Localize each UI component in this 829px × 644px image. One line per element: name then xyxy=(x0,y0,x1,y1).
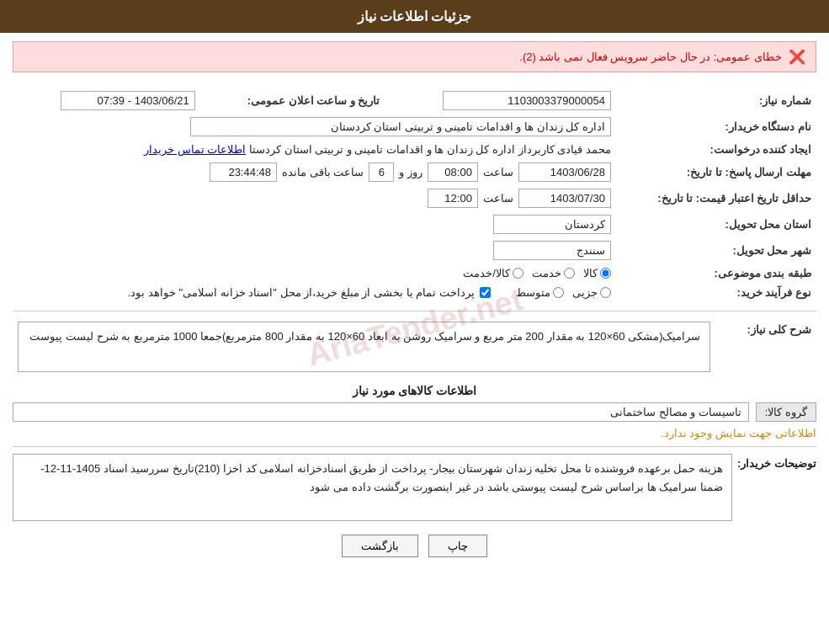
deadline-time-label: ساعت xyxy=(483,166,513,178)
need-number-input: 1103003379000054 xyxy=(443,91,611,110)
need-desc-value: سرامیک(مشکی 60×120 به مقدار 200 متر مربع… xyxy=(13,318,715,375)
price-deadline-date-input: 1403/07/30 xyxy=(518,189,611,208)
price-deadline-label: حداقل تاریخ اعتبار قیمت: تا تاریخ: xyxy=(616,185,816,211)
process-row: نوع فرآیند خرید: جزیی متوسط xyxy=(13,283,816,302)
process-value: جزیی متوسط پرداخت تمام یا بخشی از مبلغ خ… xyxy=(13,283,616,302)
category-kala-khadamat: کالا/خدمت xyxy=(463,267,523,279)
buyer-desc-label: توضیحات خریدار: xyxy=(737,454,816,470)
error-icon: ❌ xyxy=(789,49,805,65)
goods-group-row: گروه کالا: تاسیسات و مصالح ساختمانی xyxy=(13,402,816,422)
buyer-name-value: اداره کل زندان ها و اقدامات تامینی و ترب… xyxy=(13,114,616,140)
category-row: طبقه بندی موضوعی: کالا خدمت xyxy=(13,263,816,283)
process-motavasset-label: متوسط xyxy=(516,286,550,299)
city-label: شهر محل تحویل: xyxy=(616,237,816,263)
category-kala-khadamat-label: کالا/خدمت xyxy=(463,267,510,279)
creator-link[interactable]: اطلاعات تماس خریدار xyxy=(144,143,246,156)
back-button[interactable]: بازگشت xyxy=(342,535,418,557)
buyer-name-input: اداره کل زندان ها و اقدامات تامینی و ترب… xyxy=(190,117,611,136)
creator-row: ایجاد کننده درخواست: محمد قیادی کاربرداز… xyxy=(13,140,816,159)
buyer-desc-row: توضیحات خریدار: هزینه حمل برعهده فروشنده… xyxy=(13,454,816,521)
province-row: استان محل تحویل: کردستان xyxy=(13,211,816,237)
creator-label: ایجاد کننده درخواست: xyxy=(616,140,816,159)
process-motavasset-radio[interactable] xyxy=(553,287,564,298)
info-table: شماره نیاز: 1103003379000054 تاریخ و ساع… xyxy=(13,88,816,302)
buyer-name-row: نام دستگاه خریدار: اداره کل زندان ها و ا… xyxy=(13,114,816,140)
creator-text: محمد قیادی کاربرداز اداره کل زندان ها و … xyxy=(249,143,611,156)
deadline-remaining-label: ساعت باقی مانده xyxy=(282,166,364,178)
page-title: جزئیات اطلاعات نیاز xyxy=(358,9,472,24)
error-bar: ❌ خطای عمومی: در حال حاضر سرویس فعال نمی… xyxy=(13,41,816,72)
need-number-row: شماره نیاز: 1103003379000054 تاریخ و ساع… xyxy=(13,88,816,114)
process-radio-group: جزیی متوسط پرداخت تمام یا بخشی از مبلغ خ… xyxy=(18,286,611,299)
divider-2 xyxy=(13,446,816,447)
category-kala-khadamat-radio[interactable] xyxy=(513,268,523,279)
goods-group-label: گروه کالا: xyxy=(756,402,816,422)
process-jozi-label: جزیی xyxy=(572,286,598,299)
price-deadline-row-inner: 1403/07/30 ساعت 12:00 xyxy=(18,189,611,208)
main-content: AriaTender.net شماره نیاز: 1103003379000… xyxy=(0,81,829,574)
category-radio-group: کالا خدمت کالا/خدمت xyxy=(18,267,611,279)
deadline-days-input: 6 xyxy=(369,162,394,182)
divider-1 xyxy=(13,311,816,311)
error-message: خطای عمومی: در حال حاضر سرویس فعال نمی ب… xyxy=(519,51,782,63)
esnad-checkbox[interactable] xyxy=(480,287,491,298)
page-header: جزئیات اطلاعات نیاز xyxy=(0,0,829,33)
date-label: تاریخ و ساعت اعلان عمومی: xyxy=(200,88,385,114)
category-value: کالا خدمت کالا/خدمت xyxy=(13,263,616,283)
deadline-value: 1403/06/28 ساعت 08:00 روز و 6 ساعت باقی … xyxy=(13,159,616,185)
need-desc-table: شرح کلی نیاز: سرامیک(مشکی 60×120 به مقدا… xyxy=(13,318,816,375)
need-number-label: شماره نیاز: xyxy=(616,88,816,114)
need-desc-label: شرح کلی نیاز: xyxy=(715,318,817,375)
process-jozi-radio[interactable] xyxy=(600,287,611,298)
city-row: شهر محل تحویل: سنندج xyxy=(13,237,816,263)
category-khadamat-label: خدمت xyxy=(532,267,561,279)
deadline-row-inner: 1403/06/28 ساعت 08:00 روز و 6 ساعت باقی … xyxy=(18,162,611,182)
price-deadline-row: حداقل تاریخ اعتبار قیمت: تا تاریخ: 1403/… xyxy=(13,185,816,211)
need-desc-row: شرح کلی نیاز: سرامیک(مشکی 60×120 به مقدا… xyxy=(13,318,816,375)
process-label: نوع فرآیند خرید: xyxy=(616,283,816,302)
print-button[interactable]: چاپ xyxy=(428,535,487,557)
price-deadline-time-input: 12:00 xyxy=(428,189,478,208)
category-khadamat: خدمت xyxy=(532,267,575,279)
need-number-value: 1103003379000054 xyxy=(385,88,615,114)
process-jozi: جزیی xyxy=(572,286,611,299)
category-kala-label: کالا xyxy=(583,267,598,279)
date-value: 1403/06/21 - 07:39 xyxy=(13,88,200,114)
category-kala: کالا xyxy=(583,267,611,279)
city-value: سنندج xyxy=(13,237,616,263)
no-info-label: اطلاعاتی جهت نمایش وجود ندارد. xyxy=(13,427,816,439)
deadline-date-input: 1403/06/28 xyxy=(518,162,611,182)
deadline-day-label: روز و xyxy=(399,166,422,178)
price-deadline-time-label: ساعت xyxy=(483,192,513,205)
category-kala-radio[interactable] xyxy=(600,268,611,279)
price-deadline-value: 1403/07/30 ساعت 12:00 xyxy=(13,185,616,211)
need-desc-box: سرامیک(مشکی 60×120 به مقدار 200 متر مربع… xyxy=(18,322,710,372)
checkbox-row: پرداخت تمام یا بخشی از مبلغ خرید،از محل … xyxy=(128,286,491,299)
deadline-time-input: 08:00 xyxy=(428,162,478,182)
category-label: طبقه بندی موضوعی: xyxy=(616,263,816,283)
process-motavasset: متوسط xyxy=(516,286,564,299)
goods-group-value: تاسیسات و مصالح ساختمانی xyxy=(13,402,749,422)
page-wrapper: جزئیات اطلاعات نیاز ❌ خطای عمومی: در حال… xyxy=(0,0,829,644)
date-input: 1403/06/21 - 07:39 xyxy=(61,91,195,110)
goods-section-title: اطلاعات کالاهای مورد نیاز xyxy=(13,384,816,397)
creator-value: محمد قیادی کاربرداز اداره کل زندان ها و … xyxy=(13,140,616,159)
province-label: استان محل تحویل: xyxy=(616,211,816,237)
buyer-desc-box: هزینه حمل برعهده فروشنده تا محل تخلیه زن… xyxy=(13,454,732,521)
province-input: کردستان xyxy=(493,215,611,234)
city-input: سنندج xyxy=(493,241,611,260)
province-value: کردستان xyxy=(13,211,616,237)
deadline-row: مهلت ارسال پاسخ: تا تاریخ: 1403/06/28 سا… xyxy=(13,159,816,185)
buyer-name-label: نام دستگاه خریدار: xyxy=(616,114,816,140)
buttons-row: چاپ بازگشت xyxy=(13,535,816,557)
deadline-label: مهلت ارسال پاسخ: تا تاریخ: xyxy=(616,159,816,185)
deadline-remaining-input: 23:44:48 xyxy=(210,162,277,182)
checkbox-label: پرداخت تمام یا بخشی از مبلغ خرید،از محل … xyxy=(128,286,475,299)
category-khadamat-radio[interactable] xyxy=(564,268,575,279)
